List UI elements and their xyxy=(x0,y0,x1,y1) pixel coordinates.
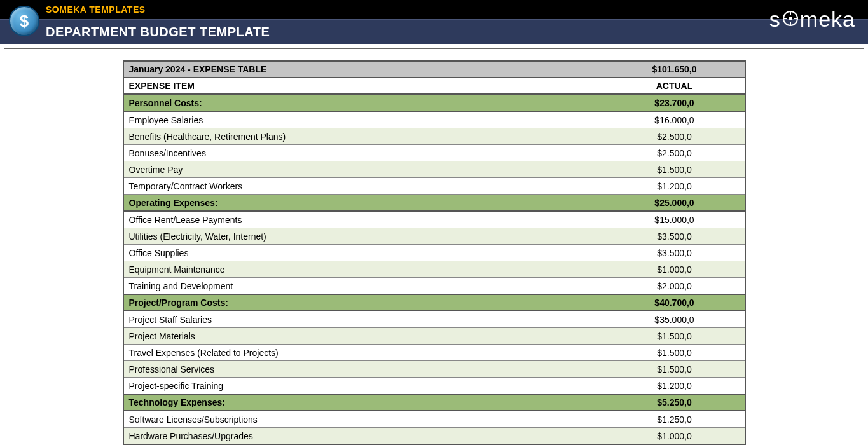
item-label: Travel Expenses (Related to Projects) xyxy=(124,345,605,360)
item-label: Temporary/Contract Workers xyxy=(124,179,605,194)
brand-text: SOMEKA TEMPLATES xyxy=(46,4,146,15)
item-value: $15.000,0 xyxy=(605,212,745,228)
item-value: $1.200,0 xyxy=(605,179,745,194)
header-black-bar: SOMEKA TEMPLATES xyxy=(0,0,868,19)
item-label: Project-specific Training xyxy=(124,378,605,394)
table-row: Utilities (Electricity, Water, Internet)… xyxy=(124,228,745,245)
table-row: Benefits (Healthcare, Retirement Plans)$… xyxy=(124,128,745,145)
table-row: Employee Salaries$16.000,0 xyxy=(124,112,745,128)
category-name: Operating Expenses: xyxy=(124,195,605,210)
item-label: Bonuses/Incentives xyxy=(124,146,605,161)
table-row: Office Rent/Lease Payments$15.000,0 xyxy=(124,212,745,228)
category-subtotal: $5.250,0 xyxy=(605,395,745,410)
col-item-header: EXPENSE ITEM xyxy=(124,78,605,93)
table-total: $101.650,0 xyxy=(605,62,745,77)
table-title-row: January 2024 - EXPENSE TABLE $101.650,0 xyxy=(124,62,745,78)
item-label: Office Rent/Lease Payments xyxy=(124,212,605,228)
category-row: Project/Program Costs:$40.700,0 xyxy=(124,294,745,312)
item-label: Training and Development xyxy=(124,278,605,294)
category-row: Operating Expenses:$25.000,0 xyxy=(124,195,745,212)
table-header-row: EXPENSE ITEM ACTUAL xyxy=(124,78,745,95)
item-value: $1.500,0 xyxy=(605,162,745,177)
category-row: Technology Expenses:$5.250,0 xyxy=(124,394,745,411)
table-row: Overtime Pay$1.500,0 xyxy=(124,161,745,178)
item-value: $3.500,0 xyxy=(605,229,745,244)
item-value: $2.000,0 xyxy=(605,278,745,294)
item-value: $3.500,0 xyxy=(605,245,745,261)
page-title: DEPARTMENT BUDGET TEMPLATE xyxy=(46,25,270,39)
table-row: Project Materials$1.500,0 xyxy=(124,328,745,345)
category-subtotal: $25.000,0 xyxy=(605,195,745,210)
item-label: Benefits (Healthcare, Retirement Plans) xyxy=(124,129,605,144)
category-name: Project/Program Costs: xyxy=(124,295,605,310)
item-label: Equipment Maintenance xyxy=(124,262,605,277)
col-actual-header: ACTUAL xyxy=(605,78,745,93)
someka-logo: s meka xyxy=(769,7,855,32)
header-blue-bar: $ DEPARTMENT BUDGET TEMPLATE s meka xyxy=(0,19,868,44)
expense-table: January 2024 - EXPENSE TABLE $101.650,0 … xyxy=(123,60,746,445)
item-label: Project Materials xyxy=(124,329,605,344)
item-label: Employee Salaries xyxy=(124,113,605,128)
category-subtotal: $40.700,0 xyxy=(605,295,745,310)
table-row: Bonuses/Incentives$2.500,0 xyxy=(124,145,745,161)
table-row: Training and Development$2.000,0 xyxy=(124,278,745,294)
table-row: Travel Expenses (Related to Projects)$1.… xyxy=(124,345,745,361)
item-value: $1.000,0 xyxy=(605,262,745,277)
item-value: $16.000,0 xyxy=(605,113,745,128)
table-row: Project-specific Training$1.200,0 xyxy=(124,378,745,394)
item-value: $35.000,0 xyxy=(605,312,745,327)
item-label: Professional Services xyxy=(124,362,605,377)
category-name: Personnel Costs: xyxy=(124,95,605,111)
content-area: January 2024 - EXPENSE TABLE $101.650,0 … xyxy=(4,48,864,445)
dollar-icon: $ xyxy=(9,6,39,36)
table-row: Temporary/Contract Workers$1.200,0 xyxy=(124,178,745,195)
category-name: Technology Expenses: xyxy=(124,395,605,410)
item-label: Utilities (Electricity, Water, Internet) xyxy=(124,229,605,244)
item-label: Office Supplies xyxy=(124,245,605,261)
table-row: Professional Services$1.500,0 xyxy=(124,361,745,378)
item-label: Overtime Pay xyxy=(124,162,605,177)
table-row: Office Supplies$3.500,0 xyxy=(124,245,745,261)
item-value: $1.500,0 xyxy=(605,362,745,377)
table-row: Hardware Purchases/Upgrades$1.000,0 xyxy=(124,428,745,444)
table-row: Software Licenses/Subscriptions$1.250,0 xyxy=(124,411,745,428)
item-label: Project Staff Salaries xyxy=(124,312,605,327)
item-value: $2.500,0 xyxy=(605,146,745,161)
category-subtotal: $23.700,0 xyxy=(605,95,745,111)
item-value: $2.500,0 xyxy=(605,129,745,144)
table-row: Project Staff Salaries$35.000,0 xyxy=(124,312,745,328)
item-label: Hardware Purchases/Upgrades xyxy=(124,428,605,444)
table-title: January 2024 - EXPENSE TABLE xyxy=(124,62,605,77)
item-value: $1.500,0 xyxy=(605,345,745,360)
item-value: $1.250,0 xyxy=(605,412,745,427)
item-label: Software Licenses/Subscriptions xyxy=(124,412,605,427)
category-row: Personnel Costs:$23.700,0 xyxy=(124,95,745,112)
item-value: $1.200,0 xyxy=(605,378,745,394)
item-value: $1.000,0 xyxy=(605,428,745,444)
svg-point-1 xyxy=(789,17,792,20)
item-value: $1.500,0 xyxy=(605,329,745,344)
table-row: Equipment Maintenance$1.000,0 xyxy=(124,261,745,278)
